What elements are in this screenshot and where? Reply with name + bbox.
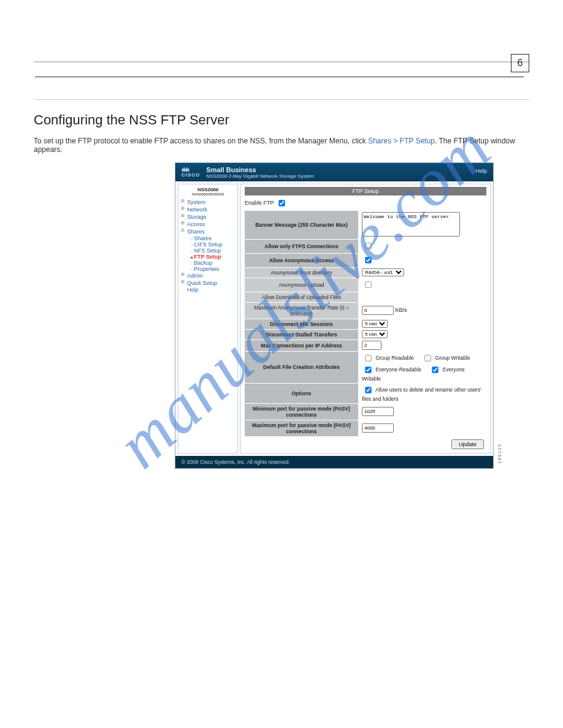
enable-checkbox[interactable] — [278, 200, 285, 206]
chapter-number: 6 — [511, 54, 529, 72]
enable-label: Enable FTP — [245, 200, 274, 206]
minport-label: Minimum port for passive mode (PASV) con… — [245, 403, 358, 420]
max-rate-label: Maximum Anonymous Transfer Rate (0 = unl… — [245, 302, 358, 319]
header-bar — [35, 63, 524, 77]
gr-checkbox[interactable] — [365, 355, 371, 361]
screenshot: ıılıılıı CISCO Small Business NSS2000 2-… — [175, 162, 494, 469]
sidebar-sub-backup[interactable]: Backup — [182, 260, 234, 266]
idle-select[interactable]: 5 min — [362, 320, 388, 328]
sidebar-item-admin[interactable]: Admin — [182, 272, 234, 279]
intro-span: To set up the FTP protocol to enable FTP… — [34, 137, 368, 145]
gw-checkbox[interactable] — [424, 355, 431, 361]
banner-label: Banner Message (255 Character Max) — [245, 211, 358, 239]
sidebar-item-quick[interactable]: Quick Setup — [182, 279, 234, 287]
sidebar-item-help[interactable]: Help — [182, 287, 234, 293]
sidebar-sub-shares[interactable]: Shares — [182, 235, 234, 241]
stalled-select[interactable]: 5 min — [362, 330, 388, 338]
max-rate-input[interactable] — [362, 306, 394, 315]
ftps-checkbox[interactable] — [365, 243, 371, 249]
update-row: Update — [245, 437, 486, 449]
sidebar-sub-ftp[interactable]: FTP Setup — [182, 254, 234, 260]
cisco-logo: ıılıılıı CISCO — [182, 167, 200, 178]
defattr-label: Default File Creation Attributes — [245, 351, 358, 383]
brand-line1: Small Business — [206, 166, 314, 173]
anon-dl-label: Allow Download of Uploaded Files — [245, 292, 358, 302]
help-link[interactable]: Help — [475, 168, 487, 174]
anon-root-select[interactable]: RAIDA - vol1 — [362, 268, 404, 276]
panel-title: FTP Setup — [245, 187, 486, 195]
gw-row: Group Writable — [421, 355, 470, 361]
sidebar-item-storage[interactable]: Storage — [182, 213, 234, 221]
anon-label: Allow Anonymous Access — [245, 253, 358, 267]
maxconn-input[interactable] — [362, 341, 381, 350]
minport-input[interactable] — [362, 407, 394, 416]
er-checkbox[interactable] — [365, 366, 371, 373]
gw-label: Group Writable — [435, 355, 470, 361]
screenshot-wrap: 189113 ıılıılıı CISCO Small Business NSS… — [175, 162, 494, 469]
brand-line2: NSS2000 2-Bay Gigabit Network Storage Sy… — [206, 173, 314, 179]
er-label: Everyone Readable — [375, 366, 421, 373]
opt-text: Allow users to delete and rename other u… — [362, 387, 481, 402]
banner-textarea[interactable]: Welcome to the NSS FTP server — [362, 212, 460, 237]
enable-row: Enable FTP — [245, 195, 486, 211]
intro-text: To set up the FTP protocol to enable FTP… — [34, 137, 529, 154]
er-row: Everyone Readable — [362, 366, 421, 373]
maxconn-label: Max Connections per IP Address — [245, 339, 358, 351]
thin-rule — [34, 99, 529, 100]
sidebar-item-shares[interactable]: Shares — [182, 228, 234, 235]
side-mac: NAS000000000003 — [182, 192, 234, 196]
intro-link[interactable]: Shares > FTP Setup — [368, 137, 435, 145]
sidebar-sub-nfs[interactable]: NFS Setup — [182, 248, 234, 254]
opt-row: Allow users to delete and rename other u… — [362, 387, 481, 402]
maxport-input[interactable] — [362, 423, 394, 433]
anon-upload-checkbox[interactable] — [365, 281, 371, 287]
shot-main: NSS2000 NAS000000000003 System Network S… — [175, 181, 493, 456]
sidebar: NSS2000 NAS000000000003 System Network S… — [178, 184, 238, 453]
gr-label: Group Readable — [375, 355, 413, 361]
update-button[interactable]: Update — [451, 439, 484, 449]
content-panel: FTP Setup Enable FTP Banner Message (255… — [240, 184, 491, 453]
rate-unit: KB/s — [396, 307, 407, 313]
shot-header: ıılıılıı CISCO Small Business NSS2000 2-… — [175, 163, 493, 181]
gr-row: Group Readable — [362, 355, 414, 361]
sidebar-item-system[interactable]: System — [182, 199, 234, 206]
opt-checkbox[interactable] — [365, 387, 371, 393]
sidebar-sub-cifs[interactable]: CIFS Setup — [182, 241, 234, 248]
image-code: 189113 — [497, 444, 502, 464]
idle-label: Disconnect Idle Sessions — [245, 319, 358, 329]
ftps-label: Allow only FTPS Connections — [245, 239, 358, 253]
anon-root-label: Anonymous Root directory — [245, 267, 358, 278]
shot-footer: © 2008 Cisco Systems, Inc. All rights re… — [175, 456, 493, 468]
maxport-label: Maximum port for passive mode (PASV) con… — [245, 420, 358, 436]
side-title: NSS2000 — [182, 187, 234, 192]
section-title: Configuring the NSS FTP Server — [34, 112, 529, 128]
sidebar-item-network[interactable]: Network — [182, 206, 234, 213]
cisco-text: CISCO — [182, 173, 200, 178]
stalled-label: Disconnect Stalled Transfers — [245, 329, 358, 339]
anon-upload-label: Anonymous Upload — [245, 278, 358, 292]
anon-checkbox[interactable] — [365, 257, 371, 263]
sidebar-item-access[interactable]: Access — [182, 221, 234, 228]
opt-label: Options — [245, 383, 358, 403]
sidebar-sub-properties[interactable]: Properties — [182, 266, 234, 272]
form-table: Banner Message (255 Character Max) Welco… — [245, 211, 486, 437]
ew-checkbox[interactable] — [432, 366, 439, 373]
